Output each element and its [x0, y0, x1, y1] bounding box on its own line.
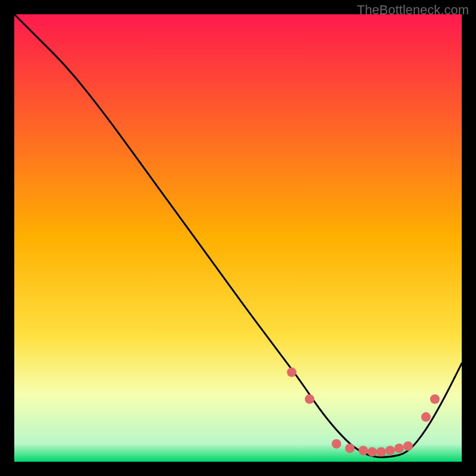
marker-point [345, 443, 355, 453]
marker-point [359, 446, 368, 455]
marker-point [430, 394, 440, 404]
plot-frame [14, 14, 462, 462]
marker-point [377, 447, 386, 456]
marker-point [368, 447, 377, 456]
curve-layer [14, 14, 462, 462]
watermark-text: TheBottleneck.com [357, 2, 469, 18]
marker-point [421, 412, 431, 422]
bottleneck-curve [14, 14, 462, 457]
plot-area [14, 14, 462, 462]
marker-point [394, 443, 404, 453]
marker-point [287, 368, 296, 377]
marker-point [305, 394, 314, 404]
marker-point [386, 446, 395, 455]
marker-point [331, 439, 341, 449]
marker-point [403, 441, 413, 451]
